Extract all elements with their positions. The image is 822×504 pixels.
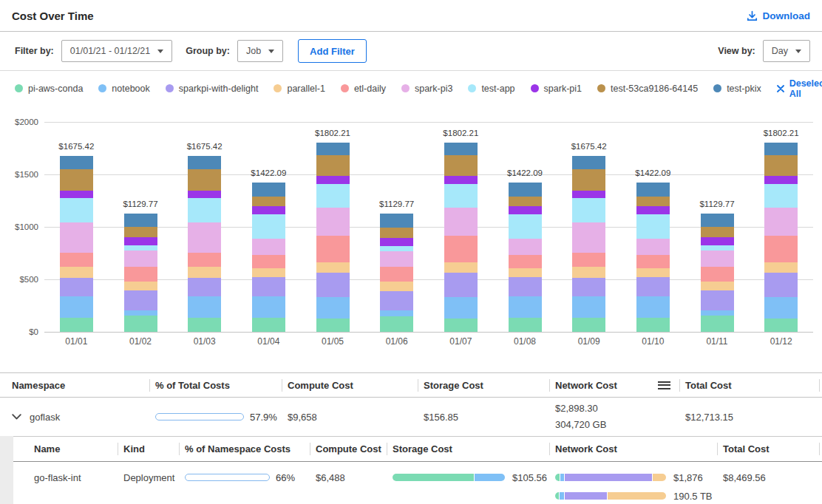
- bar-segment-spark-pi3[interactable]: [188, 222, 221, 253]
- stacked-bar-01/01[interactable]: [60, 156, 93, 332]
- bar-segment-test-53ca9186-64145[interactable]: [509, 197, 542, 205]
- bar-segment-notebook[interactable]: [60, 296, 93, 318]
- bar-segment-notebook[interactable]: [316, 297, 350, 318]
- bar-segment-pi-aws-conda[interactable]: [509, 318, 542, 332]
- bar-segment-parallel-1[interactable]: [764, 262, 798, 272]
- bar-segment-notebook[interactable]: [188, 296, 221, 318]
- bar-segment-test-app[interactable]: [636, 214, 670, 239]
- bar-segment-test-pkix[interactable]: [380, 214, 413, 228]
- bar-segment-test-app[interactable]: [316, 184, 350, 208]
- bar-segment-sparkpi-with-delight[interactable]: [60, 278, 93, 296]
- bar-segment-test-pkix[interactable]: [701, 214, 734, 227]
- bar-segment-sparkpi-with-delight[interactable]: [380, 291, 413, 311]
- bar-segment-spark-pi1[interactable]: [380, 238, 413, 246]
- stacked-bar-01/03[interactable]: [188, 156, 221, 332]
- bar-segment-spark-pi1[interactable]: [764, 176, 798, 184]
- bar-segment-spark-pi1[interactable]: [60, 191, 93, 198]
- download-button[interactable]: Download: [747, 10, 811, 21]
- bar-segment-test-53ca9186-64145[interactable]: [252, 197, 285, 205]
- bar-segment-parallel-1[interactable]: [252, 268, 285, 277]
- stacked-bar-01/10[interactable]: [636, 183, 670, 332]
- stacked-bar-01/05[interactable]: [316, 143, 350, 332]
- bar-segment-test-53ca9186-64145[interactable]: [124, 227, 157, 237]
- legend-item-parallel-1[interactable]: parallel-1: [274, 84, 325, 94]
- bar-segment-test-app[interactable]: [124, 245, 157, 251]
- bar-segment-test-53ca9186-64145[interactable]: [60, 169, 93, 191]
- bar-segment-notebook[interactable]: [701, 310, 734, 316]
- bar-segment-pi-aws-conda[interactable]: [380, 316, 413, 332]
- bar-segment-spark-pi3[interactable]: [252, 239, 285, 255]
- bar-segment-spark-pi3[interactable]: [509, 239, 542, 255]
- bar-segment-test-app[interactable]: [509, 214, 542, 239]
- bar-segment-test-53ca9186-64145[interactable]: [316, 155, 350, 176]
- bar-segment-etl-daily[interactable]: [572, 253, 605, 267]
- bar-segment-parallel-1[interactable]: [124, 282, 157, 291]
- bar-segment-sparkpi-with-delight[interactable]: [252, 277, 285, 296]
- bar-segment-notebook[interactable]: [252, 296, 285, 318]
- bar-segment-spark-pi3[interactable]: [380, 251, 413, 267]
- bar-segment-spark-pi3[interactable]: [124, 251, 157, 267]
- bar-segment-test-pkix[interactable]: [572, 156, 605, 169]
- bar-segment-test-pkix[interactable]: [509, 183, 542, 197]
- legend-item-test-pkix[interactable]: test-pkix: [713, 84, 761, 94]
- bar-segment-spark-pi1[interactable]: [509, 206, 542, 214]
- bar-segment-test-53ca9186-64145[interactable]: [572, 169, 605, 191]
- bar-segment-test-53ca9186-64145[interactable]: [636, 197, 670, 205]
- bar-segment-parallel-1[interactable]: [380, 282, 413, 291]
- bar-segment-etl-daily[interactable]: [316, 236, 350, 263]
- bar-segment-pi-aws-conda[interactable]: [252, 318, 285, 332]
- namespace-expander[interactable]: goflask: [0, 398, 149, 436]
- bar-segment-test-app[interactable]: [764, 184, 798, 208]
- bar-segment-sparkpi-with-delight[interactable]: [764, 273, 798, 298]
- bar-segment-parallel-1[interactable]: [509, 268, 542, 277]
- legend-item-notebook[interactable]: notebook: [98, 84, 149, 94]
- bar-segment-test-app[interactable]: [444, 184, 478, 208]
- bar-segment-test-53ca9186-64145[interactable]: [380, 228, 413, 238]
- bar-segment-etl-daily[interactable]: [188, 253, 221, 267]
- bar-segment-test-app[interactable]: [701, 245, 734, 251]
- bar-segment-sparkpi-with-delight[interactable]: [188, 278, 221, 296]
- bar-segment-test-pkix[interactable]: [124, 214, 157, 227]
- bar-segment-sparkpi-with-delight[interactable]: [444, 273, 478, 298]
- legend-item-pi-aws-conda[interactable]: pi-aws-conda: [15, 84, 83, 94]
- bar-segment-spark-pi3[interactable]: [701, 251, 734, 267]
- bar-segment-test-app[interactable]: [572, 198, 605, 222]
- bar-segment-sparkpi-with-delight[interactable]: [701, 290, 734, 310]
- bar-segment-notebook[interactable]: [572, 296, 605, 318]
- bar-segment-test-app[interactable]: [252, 214, 285, 239]
- bar-segment-notebook[interactable]: [764, 297, 798, 318]
- bar-segment-test-app[interactable]: [188, 198, 221, 222]
- bar-segment-test-app[interactable]: [380, 246, 413, 251]
- bar-segment-notebook[interactable]: [380, 310, 413, 316]
- bar-segment-spark-pi3[interactable]: [764, 208, 798, 235]
- bar-segment-etl-daily[interactable]: [509, 255, 542, 268]
- bar-segment-spark-pi1[interactable]: [316, 176, 350, 184]
- bar-segment-test-pkix[interactable]: [316, 143, 350, 155]
- bar-segment-spark-pi1[interactable]: [124, 237, 157, 245]
- bar-segment-pi-aws-conda[interactable]: [124, 316, 157, 332]
- bar-segment-spark-pi1[interactable]: [188, 191, 221, 198]
- legend-item-spark-pi1[interactable]: spark-pi1: [531, 84, 582, 94]
- bar-segment-pi-aws-conda[interactable]: [764, 319, 798, 332]
- bar-segment-parallel-1[interactable]: [701, 282, 734, 291]
- bar-segment-spark-pi3[interactable]: [636, 239, 670, 255]
- stacked-bar-01/08[interactable]: [509, 183, 542, 332]
- bar-segment-test-pkix[interactable]: [60, 156, 93, 169]
- bar-segment-test-53ca9186-64145[interactable]: [764, 155, 798, 176]
- bar-segment-etl-daily[interactable]: [701, 267, 734, 282]
- deselect-all-button[interactable]: Deselect All: [777, 78, 822, 99]
- bar-segment-spark-pi1[interactable]: [444, 176, 478, 184]
- bar-segment-spark-pi3[interactable]: [60, 222, 93, 253]
- view-by-select[interactable]: Day: [763, 40, 810, 62]
- bar-segment-pi-aws-conda[interactable]: [572, 318, 605, 332]
- bar-segment-spark-pi1[interactable]: [252, 206, 285, 214]
- bar-segment-pi-aws-conda[interactable]: [316, 319, 350, 332]
- stacked-bar-01/04[interactable]: [252, 183, 285, 332]
- add-filter-button[interactable]: Add Filter: [298, 39, 367, 63]
- bar-segment-pi-aws-conda[interactable]: [188, 318, 221, 332]
- bar-segment-parallel-1[interactable]: [188, 267, 221, 278]
- bar-segment-sparkpi-with-delight[interactable]: [636, 277, 670, 296]
- bar-segment-test-pkix[interactable]: [444, 143, 478, 155]
- legend-item-spark-pi3[interactable]: spark-pi3: [401, 84, 452, 94]
- bar-segment-parallel-1[interactable]: [316, 262, 350, 272]
